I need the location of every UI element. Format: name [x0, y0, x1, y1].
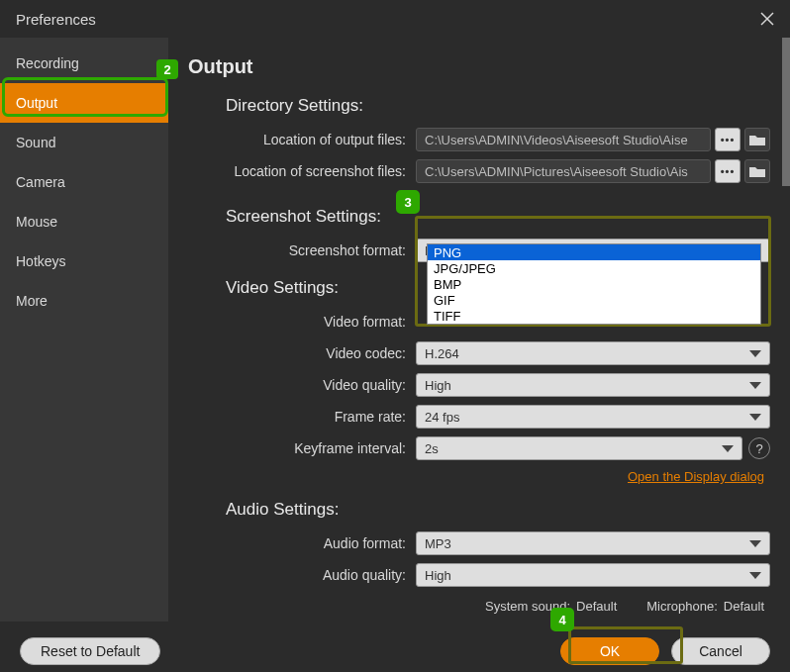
- sidebar-item-label: Camera: [16, 174, 65, 190]
- section-audio: Audio Settings:: [226, 500, 770, 520]
- screenshot-path-field[interactable]: C:\Users\ADMIN\Pictures\Aiseesoft Studio…: [416, 159, 711, 183]
- sidebar-item-camera[interactable]: Camera: [0, 162, 168, 202]
- keyframe-value: 2s: [425, 441, 439, 456]
- video-format-label: Video format:: [188, 314, 416, 330]
- sidebar-item-more[interactable]: More: [0, 281, 168, 321]
- dropdown-option[interactable]: GIF: [428, 292, 760, 308]
- close-icon: [759, 11, 775, 27]
- screenshot-path-label: Location of screenshot files:: [188, 163, 416, 179]
- chevron-down-icon: [749, 414, 761, 421]
- output-path-field[interactable]: C:\Users\ADMIN\Videos\Aiseesoft Studio\A…: [416, 128, 711, 151]
- framerate-value: 24 fps: [425, 410, 459, 425]
- reset-button[interactable]: Reset to Default: [20, 637, 160, 665]
- chevron-down-icon: [749, 350, 761, 357]
- screenshot-path-more-button[interactable]: •••: [715, 159, 741, 183]
- sidebar-item-label: Sound: [16, 135, 55, 150]
- sidebar-item-hotkeys[interactable]: Hotkeys: [0, 241, 168, 281]
- audio-quality-label: Audio quality:: [188, 567, 416, 583]
- video-codec-select[interactable]: H.264: [416, 341, 770, 365]
- sidebar-item-label: Output: [16, 95, 57, 111]
- framerate-label: Frame rate:: [188, 409, 416, 425]
- video-quality-select[interactable]: High: [416, 373, 770, 397]
- sidebar-item-mouse[interactable]: Mouse: [0, 202, 168, 241]
- chevron-down-icon: [749, 540, 761, 547]
- ellipsis-icon: •••: [721, 134, 736, 145]
- sidebar-item-label: Hotkeys: [16, 253, 66, 269]
- microphone-value: Default: [724, 599, 764, 614]
- open-display-link[interactable]: Open the Display dialog: [628, 469, 764, 484]
- system-sound-value: Default: [576, 599, 617, 614]
- screenshot-path-open-button[interactable]: [744, 159, 770, 183]
- output-path-label: Location of output files:: [188, 132, 416, 147]
- video-quality-label: Video quality:: [188, 377, 416, 393]
- sidebar-item-label: More: [16, 293, 48, 309]
- output-path-value: C:\Users\ADMIN\Videos\Aiseesoft Studio\A…: [425, 133, 688, 147]
- ellipsis-icon: •••: [721, 165, 736, 177]
- audio-format-value: MP3: [425, 536, 451, 551]
- annotation-badge-2: 2: [156, 59, 178, 79]
- close-button[interactable]: [756, 8, 778, 30]
- output-path-open-button[interactable]: [744, 128, 770, 151]
- folder-icon: [749, 165, 765, 177]
- annotation-badge-4: 4: [551, 610, 573, 629]
- section-screenshot: Screenshot Settings:: [226, 207, 770, 227]
- window-title: Preferences: [16, 11, 96, 28]
- framerate-select[interactable]: 24 fps: [416, 405, 770, 429]
- sidebar-item-output[interactable]: Output: [0, 83, 168, 123]
- sidebar-item-label: Recording: [16, 55, 79, 71]
- chevron-down-icon: [749, 572, 761, 579]
- ok-button[interactable]: OK: [560, 637, 659, 665]
- keyframe-help-button[interactable]: ?: [748, 437, 770, 459]
- output-path-more-button[interactable]: •••: [715, 128, 741, 151]
- dropdown-option[interactable]: BMP: [428, 276, 760, 292]
- microphone-label: Microphone:: [646, 599, 718, 614]
- dropdown-option[interactable]: PNG: [428, 244, 760, 260]
- screenshot-format-label: Screenshot format:: [188, 242, 416, 258]
- scrollbar[interactable]: [782, 38, 790, 186]
- keyframe-select[interactable]: 2s: [416, 436, 742, 460]
- section-directory: Directory Settings:: [226, 96, 770, 116]
- page-title: Output: [188, 55, 770, 78]
- video-codec-label: Video codec:: [188, 345, 416, 361]
- audio-format-label: Audio format:: [188, 535, 416, 551]
- video-codec-value: H.264: [425, 346, 459, 361]
- folder-icon: [749, 134, 765, 145]
- dropdown-option[interactable]: TIFF: [428, 308, 760, 324]
- annotation-badge-3: 3: [397, 192, 419, 212]
- screenshot-format-dropdown[interactable]: PNG JPG/JPEG BMP GIF TIFF: [427, 243, 761, 325]
- cancel-button[interactable]: Cancel: [671, 637, 770, 665]
- audio-format-select[interactable]: MP3: [416, 531, 770, 555]
- screenshot-path-value: C:\Users\ADMIN\Pictures\Aiseesoft Studio…: [425, 164, 688, 179]
- content-pane: Output Directory Settings: Location of o…: [168, 38, 790, 622]
- sidebar-item-label: Mouse: [16, 214, 57, 230]
- audio-quality-value: High: [425, 568, 451, 583]
- video-quality-value: High: [425, 378, 451, 393]
- sidebar-item-sound[interactable]: Sound: [0, 123, 168, 162]
- help-icon: ?: [755, 441, 762, 456]
- audio-quality-select[interactable]: High: [416, 563, 770, 587]
- chevron-down-icon: [722, 445, 734, 452]
- sidebar: Recording Output Sound Camera Mouse Hotk…: [0, 38, 168, 622]
- dropdown-option[interactable]: JPG/JPEG: [428, 260, 760, 276]
- sidebar-item-recording[interactable]: Recording: [0, 44, 168, 83]
- chevron-down-icon: [749, 382, 761, 389]
- keyframe-label: Keyframe interval:: [188, 440, 416, 456]
